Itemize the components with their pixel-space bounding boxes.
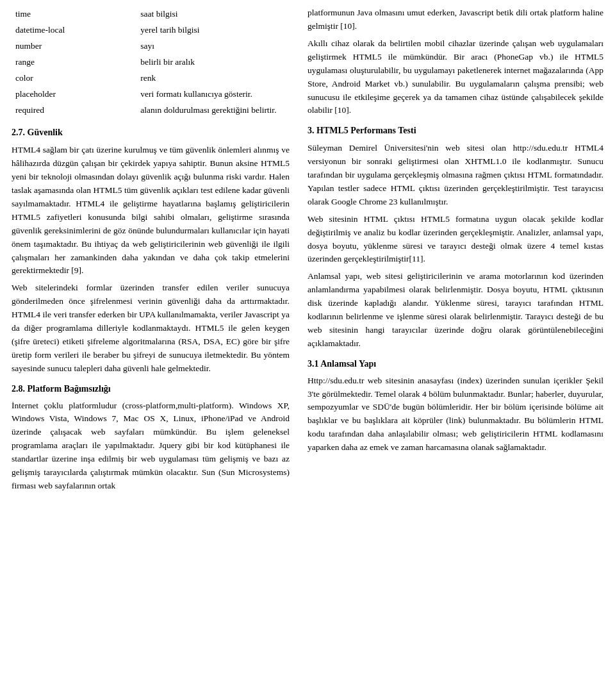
table-cell-desc: belirli bir aralık — [136, 54, 290, 71]
right-p1: platformunun Java olmasını umut ederken,… — [308, 6, 603, 33]
section-3-p2: Web sitesinin HTML çıktısı HTML5 formatı… — [308, 213, 603, 267]
table-row: placeholderveri formatı kullanıcıya göst… — [12, 87, 290, 103]
right-p2: Akıllı cihaz olarak da belirtilen mobil … — [308, 37, 603, 118]
table-row: rangebelirli bir aralık — [12, 54, 290, 71]
section-28-p1: İnternet çoklu platformludur (cross-plat… — [12, 399, 290, 493]
table-cell-desc: renk — [136, 71, 290, 87]
table-row: colorrenk — [12, 71, 290, 87]
table-row: numbersayı — [12, 38, 290, 54]
table-cell-attr: time — [12, 6, 136, 22]
section-3-heading: 3. HTML5 Performans Testi — [308, 124, 603, 138]
section-27-p2: Web sitelerindeki formlar üzerinden tran… — [12, 281, 290, 375]
section-31-p1: Http://sdu.edu.tr web sitesinin anasayfa… — [308, 374, 603, 455]
section-31-heading: 3.1 Anlamsal Yapı — [308, 357, 603, 371]
table-cell-desc: yerel tarih bilgisi — [136, 22, 290, 38]
section-3-p1: Süleyman Demirel Üniversitesi'nin web si… — [308, 142, 603, 209]
table-row: datetime-localyerel tarih bilgisi — [12, 22, 290, 38]
table-cell-attr: color — [12, 71, 136, 87]
attribute-table: timesaat bilgisidatetime-localyerel tari… — [12, 6, 290, 118]
section-27-heading: 2.7. Güvenlik — [12, 126, 290, 140]
right-column: platformunun Java olmasını umut ederken,… — [301, 6, 615, 497]
section-27-p1: HTML4 sağlam bir çatı üzerine kurulmuş v… — [12, 144, 290, 278]
table-cell-desc: veri formatı kullanıcıya gösterir. — [136, 87, 290, 103]
left-column: timesaat bilgisidatetime-localyerel tari… — [0, 6, 301, 497]
table-row: timesaat bilgisi — [12, 6, 290, 22]
table-cell-desc: saat bilgisi — [136, 6, 290, 22]
section-3-p3: Anlamsal yapı, web sitesi geliştiriciler… — [308, 270, 603, 351]
section-28-heading: 2.8. Platform Bağımsızlığı — [12, 382, 290, 396]
table-cell-desc: alanın doldurulması gerektiğini belirtir… — [136, 103, 290, 119]
table-cell-attr: number — [12, 38, 136, 54]
table-cell-attr: placeholder — [12, 87, 136, 103]
table-cell-attr: datetime-local — [12, 22, 136, 38]
table-row: requiredalanın doldurulması gerektiğini … — [12, 103, 290, 119]
table-cell-attr: required — [12, 103, 136, 119]
table-cell-desc: sayı — [136, 38, 290, 54]
table-cell-attr: range — [12, 54, 136, 71]
